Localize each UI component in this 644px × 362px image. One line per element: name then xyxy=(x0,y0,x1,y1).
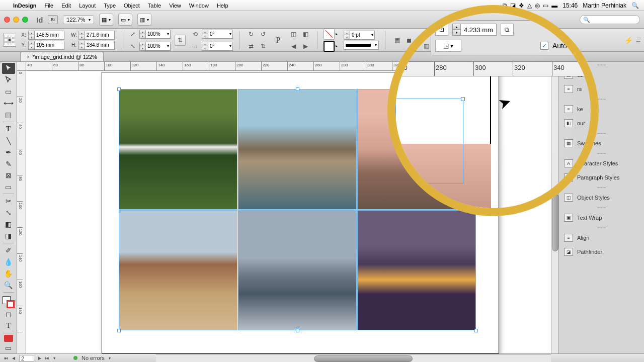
panel-paragraph-styles[interactable]: ¶Paragraph Styles xyxy=(559,170,644,185)
maximize-button[interactable] xyxy=(22,17,28,23)
last-page-button[interactable]: ⏭ xyxy=(45,356,49,360)
panel-pathfinder[interactable]: ◪Pathfinder xyxy=(559,245,644,259)
text-wrap-bounding-icon[interactable]: ▦ xyxy=(433,29,444,40)
sync-icon[interactable]: ◎ xyxy=(535,2,540,9)
panel-colour[interactable]: ◧our xyxy=(559,116,644,130)
shear-input[interactable]: ▴▾0°▾ xyxy=(202,42,233,51)
select-prev-icon[interactable]: ◀ xyxy=(288,41,299,52)
menu-view[interactable]: View xyxy=(169,3,181,9)
content-collector-tool[interactable]: ▤ xyxy=(2,109,15,120)
menu-object[interactable]: Object xyxy=(124,3,140,9)
dropbox-icon[interactable]: ❖ xyxy=(519,2,524,9)
pen-tool[interactable]: ✒ xyxy=(2,147,15,158)
y-position-input[interactable]: ▴▾105 mm xyxy=(28,41,64,50)
panel-menu-icon[interactable]: ☰ xyxy=(636,37,641,43)
panel-text-wrap[interactable]: ▣Text Wrap xyxy=(559,211,644,225)
gap-tool[interactable]: ⟷ xyxy=(2,98,15,109)
rotate-input[interactable]: ▴▾0°▾ xyxy=(202,30,233,39)
select-next-icon[interactable]: ▶ xyxy=(300,41,311,52)
gradient-feather-tool[interactable]: ◨ xyxy=(2,230,15,241)
display-icon[interactable]: ▭ xyxy=(543,2,548,9)
image-grid[interactable] xyxy=(119,89,476,330)
rotate-cw-icon[interactable]: ↻ xyxy=(246,29,257,40)
pencil-tool[interactable]: ✎ xyxy=(2,158,15,169)
flip-h-icon[interactable]: ⇄ xyxy=(246,41,257,52)
note-tool[interactable]: ✐ xyxy=(2,245,15,256)
menu-window[interactable]: Window xyxy=(189,3,209,9)
rotate-ccw-icon[interactable]: ↺ xyxy=(258,29,269,40)
free-transform-tool[interactable]: ⤡ xyxy=(2,207,15,218)
selection-handle[interactable] xyxy=(474,329,478,332)
horizontal-scrollbar[interactable] xyxy=(156,354,551,362)
horizontal-ruler[interactable]: 4060801001201401601802002202402602803003… xyxy=(26,62,558,71)
panel-layers[interactable]: ≡rs xyxy=(559,82,644,96)
ruler-origin[interactable] xyxy=(17,62,26,71)
selection-tool[interactable] xyxy=(2,63,15,74)
minimize-button[interactable] xyxy=(13,17,19,23)
rectangle-tool[interactable]: ▭ xyxy=(2,182,15,193)
fill-stroke-swatch[interactable] xyxy=(3,296,15,308)
panel-align[interactable]: ≡Align xyxy=(559,231,644,245)
effects-icon[interactable]: ▦ xyxy=(391,35,403,46)
menu-type[interactable]: Type xyxy=(104,3,116,9)
selection-handle[interactable] xyxy=(117,87,121,91)
flip-v-icon[interactable]: ⇅ xyxy=(258,41,269,52)
adobe-icon[interactable]: ◪ xyxy=(510,2,516,9)
app-name[interactable]: InDesign xyxy=(13,3,36,9)
close-tab-icon[interactable]: × xyxy=(27,54,30,60)
panel-object-styles[interactable]: ◫Object Styles xyxy=(559,191,644,205)
reference-point[interactable] xyxy=(3,34,16,47)
image-frame-2[interactable] xyxy=(238,89,357,210)
image-frame-4[interactable] xyxy=(119,210,237,331)
height-input[interactable]: ▴▾184.6 mm xyxy=(78,41,115,50)
preflight-status[interactable]: No errors xyxy=(82,355,105,361)
menu-help[interactable]: Help xyxy=(217,3,228,9)
arrange-button[interactable]: ▥ xyxy=(137,14,151,26)
stroke-weight-input[interactable]: ▴▾0 pt▾ xyxy=(344,31,375,40)
menu-file[interactable]: File xyxy=(44,3,53,9)
image-frame-6[interactable] xyxy=(357,210,476,331)
selection-handle[interactable] xyxy=(296,87,299,91)
panel-character-styles[interactable]: ACharacter Styles xyxy=(559,156,644,170)
bridge-button[interactable]: Br xyxy=(48,15,58,24)
select-container-icon[interactable]: ◫ xyxy=(288,29,299,40)
text-wrap-shape-icon[interactable]: ▥ xyxy=(421,41,432,52)
zoom-level[interactable]: 122.7%▾ xyxy=(63,15,94,24)
menu-edit[interactable]: Edit xyxy=(61,3,71,9)
document-canvas[interactable] xyxy=(26,71,558,353)
image-frame-3[interactable] xyxy=(357,89,476,210)
quick-apply-icon[interactable]: ⚡ xyxy=(624,36,633,44)
direct-selection-tool[interactable] xyxy=(2,74,15,85)
search-input[interactable]: 🔍 xyxy=(580,15,640,24)
selection-handle[interactable] xyxy=(474,87,478,91)
panel-pages[interactable]: ▤es xyxy=(559,68,644,82)
close-button[interactable] xyxy=(4,17,10,23)
text-wrap-none-icon[interactable]: ▤ xyxy=(421,29,432,40)
width-input[interactable]: ▴▾271.6 mm xyxy=(78,31,115,40)
screen-mode-button[interactable]: ▭ xyxy=(118,14,132,26)
text-wrap-jump-icon[interactable]: ▧ xyxy=(433,41,444,52)
rectangle-frame-tool[interactable]: ⊠ xyxy=(2,170,15,181)
x-position-input[interactable]: ▴▾148.5 mm xyxy=(28,31,64,40)
screencast-icon[interactable]: ⧉ xyxy=(503,2,507,9)
image-frame-1[interactable] xyxy=(119,89,237,210)
selection-handle[interactable] xyxy=(117,329,121,332)
select-content-icon[interactable]: ◧ xyxy=(300,29,311,40)
menu-table[interactable]: Table xyxy=(148,3,161,9)
default-fill-stroke[interactable]: ◻ xyxy=(2,309,15,320)
formatting-container[interactable]: T xyxy=(2,320,15,331)
menubar-clock[interactable]: 15:46 xyxy=(562,2,578,9)
page-number-input[interactable]: 2 xyxy=(19,355,34,361)
vertical-ruler[interactable]: 020406080100120140160180 xyxy=(17,71,26,353)
stroke-style-input[interactable]: ▾ xyxy=(344,41,379,50)
menubar-user[interactable]: Martin Perhiniak xyxy=(583,2,626,9)
view-options-button[interactable]: ▦ xyxy=(99,14,113,26)
prev-page-button[interactable]: ◀ xyxy=(12,356,15,360)
hand-tool[interactable]: ✋ xyxy=(2,268,15,279)
screen-mode-tool[interactable]: ▭ xyxy=(2,342,15,353)
apply-color[interactable] xyxy=(4,335,13,342)
p-icon[interactable]: P xyxy=(273,35,284,46)
zoom-tool[interactable]: 🔍 xyxy=(2,280,15,291)
panel-swatches[interactable]: ▦Swatches xyxy=(559,136,644,150)
selection-handle[interactable] xyxy=(296,329,299,332)
